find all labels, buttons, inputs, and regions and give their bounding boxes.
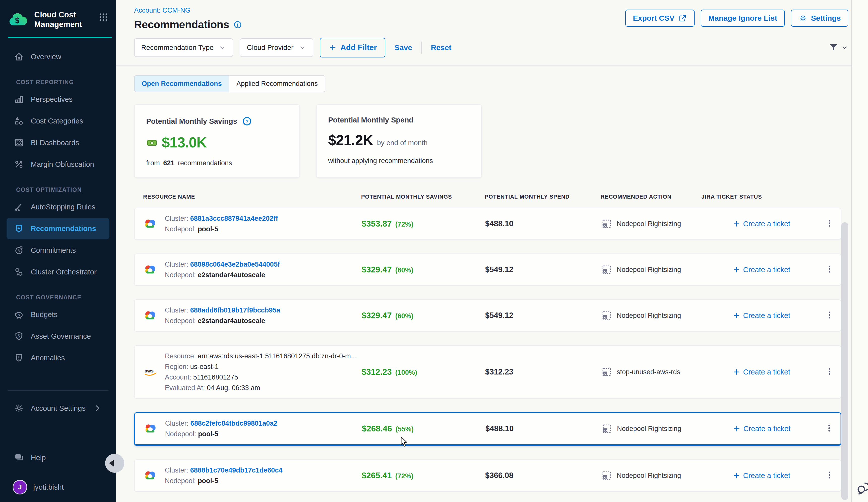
row-menu-kebab[interactable] [825, 470, 836, 481]
add-filter-button[interactable]: Add Filter [320, 38, 386, 57]
table-row[interactable]: awsResource: arn:aws:rds:us-east-1:51161… [134, 345, 841, 399]
recommended-action-cell: Nodepool Rightsizing [601, 264, 702, 275]
table-row[interactable]: Cluster: 6888b1c70e49db17c1de60c4Nodepoo… [134, 459, 841, 492]
sidebar-item-overview[interactable]: Overview [7, 46, 110, 67]
page-title: Recommendations [134, 18, 229, 31]
create-ticket-button[interactable]: Create a ticket [702, 265, 820, 274]
table-row[interactable]: Cluster: 688c2fefc84fbdc99801a0a2Nodepoo… [134, 412, 841, 446]
savings-subtitle: from 621 recommendations [146, 159, 288, 167]
plus-icon [732, 220, 741, 228]
chevron-right-icon [92, 403, 103, 414]
sidebar-item-budgets[interactable]: $Budgets [7, 304, 110, 325]
create-ticket-button[interactable]: Create a ticket [702, 368, 820, 376]
column-header-recommended-action[interactable]: RECOMMENDED ACTION [601, 194, 701, 200]
savings-cell: $329.47(60%) [362, 265, 485, 274]
sidebar-item-label: Margin Obfuscation [31, 160, 94, 169]
export-csv-button[interactable]: Export CSV [625, 10, 695, 27]
sidebar-item-commitments[interactable]: Commitments [7, 240, 110, 261]
image-icon [14, 137, 24, 148]
collapse-arrow-icon [109, 460, 114, 467]
resource-detail: pool-5 [198, 430, 218, 438]
sidebar-collapse-button[interactable] [105, 453, 124, 473]
resource-detail: arn:aws:rds:us-east-1:511616801275:db:zn… [198, 352, 356, 360]
sidebar-item-label: Overview [31, 53, 61, 61]
column-header-potential-monthly-spend[interactable]: POTENTIAL MONTHLY SPEND [485, 194, 601, 200]
chevron-down-icon [299, 44, 306, 51]
column-header-potential-monthly-savings[interactable]: POTENTIAL MONTHLY SAVINGS [361, 194, 485, 200]
support-chat-icon[interactable] [856, 480, 868, 497]
cloud-provider-dropdown[interactable]: Cloud Provider [240, 38, 313, 57]
info-icon[interactable] [233, 20, 242, 29]
sidebar-item-help[interactable]: ? Help [7, 447, 110, 468]
sidebar-item-recommendations[interactable]: Recommendations [7, 218, 110, 239]
row-menu-kebab[interactable] [825, 310, 836, 321]
cluster-link[interactable]: 688c2fefc84fbdc99801a0a2 [190, 420, 278, 427]
settings-button[interactable]: Settings [791, 10, 848, 27]
scrollbar-thumb[interactable] [841, 222, 848, 500]
cluster-link[interactable]: 688add6fb019b17f9bccb95a [190, 306, 280, 314]
question-icon[interactable]: ? [242, 116, 252, 126]
recommendation-type-dropdown[interactable]: Recommendation Type [134, 38, 233, 57]
row-menu-kebab[interactable] [825, 219, 836, 229]
resource-detail: pool-5 [198, 477, 218, 484]
potential-monthly-spend-card: Potential Monthly Spend $21.2K by end of… [316, 104, 482, 178]
manage-ignore-list-button[interactable]: Manage Ignore List [701, 10, 785, 27]
filter-panel-toggle[interactable] [828, 42, 848, 53]
create-ticket-button[interactable]: Create a ticket [702, 471, 820, 480]
row-menu-kebab[interactable] [825, 367, 836, 377]
cluster-link[interactable]: 6881a3ccc887941a4ee202ff [190, 215, 278, 222]
row-menu-kebab[interactable] [824, 423, 836, 434]
breadcrumb-account-link[interactable]: Account: CCM-NG [134, 7, 242, 14]
spend-cell: $549.12 [485, 311, 601, 320]
column-header-jira-ticket-status[interactable]: JIRA TICKET STATUS [701, 194, 820, 200]
plus-icon [732, 471, 741, 480]
table-row[interactable]: Cluster: 6881a3ccc887941a4ee202ffNodepoo… [134, 208, 841, 240]
savings-cell: $353.87(72%) [362, 219, 485, 229]
table-rows: Cluster: 6881a3ccc887941a4ee202ffNodepoo… [134, 208, 841, 502]
sidebar-item-cluster-orchestrator[interactable]: Cluster Orchestrator [7, 261, 110, 282]
column-header-resource-name[interactable]: RESOURCE NAME [143, 194, 361, 200]
sidebar-item-cost-categories[interactable]: Cost Categories [7, 111, 110, 132]
sidebar-section-cost-reporting: COST REPORTING [16, 79, 116, 86]
resource-cell: Cluster: 688c2fefc84fbdc99801a0a2Nodepoo… [144, 418, 362, 439]
spend-cell: $312.23 [485, 367, 601, 377]
summary-cards: Potential Monthly Savings ? $13.0K from … [134, 104, 868, 178]
table-row[interactable]: Cluster: 688add6fb019b17f9bccb95aNodepoo… [134, 300, 841, 332]
tab-applied-recommendations[interactable]: Applied Recommendations [229, 76, 325, 92]
user-profile[interactable]: J jyoti.bisht [7, 480, 110, 494]
sidebar-section-cost-governance: COST GOVERNANCE [16, 294, 116, 301]
mouse-cursor [400, 437, 409, 448]
gcp-logo-icon [144, 422, 157, 436]
sidebar-item-label: Budgets [31, 311, 58, 319]
sidebar-item-anomalies[interactable]: Anomalies [7, 347, 110, 368]
gear-icon [14, 403, 24, 414]
rightsizing-icon [601, 366, 612, 377]
app-grid-icon[interactable] [98, 12, 108, 22]
row-menu-kebab[interactable] [825, 264, 836, 275]
sidebar-item-account-settings[interactable]: Account Settings [7, 398, 110, 419]
svg-text:$: $ [18, 313, 20, 317]
cluster-link[interactable]: 68898c064e3e2ba0e544005f [190, 261, 280, 268]
sidebar-item-label: Cost Categories [31, 117, 83, 125]
recommendation-count: 621 [163, 159, 175, 167]
sidebar-item-asset-governance[interactable]: $Asset Governance [7, 326, 110, 347]
spend-cell: $488.10 [485, 424, 601, 433]
sidebar-item-autostopping-rules[interactable]: AutoStopping Rules [7, 196, 110, 218]
sidebar-item-bi-dashboards[interactable]: BI Dashboards [7, 132, 110, 153]
reset-filter-button[interactable]: Reset [431, 43, 451, 52]
create-ticket-button[interactable]: Create a ticket [702, 311, 820, 320]
resource-detail: 511616801275 [193, 374, 238, 381]
sidebar-item-perspectives[interactable]: Perspectives [7, 89, 110, 110]
sidebar-item-margin-obfuscation[interactable]: Margin Obfuscation [7, 154, 110, 175]
cluster-link[interactable]: 6888b1c70e49db17c1de60c4 [190, 467, 282, 474]
tab-open-recommendations[interactable]: Open Recommendations [135, 76, 229, 92]
resource-detail: pool-5 [198, 225, 218, 233]
create-ticket-button[interactable]: Create a ticket [702, 425, 820, 433]
sidebar-item-label: Anomalies [31, 354, 65, 362]
main-content: Account: CCM-NG Recommendations Export C… [116, 0, 868, 502]
sidebar-item-label: Help [31, 453, 46, 462]
save-filter-button[interactable]: Save [394, 43, 412, 52]
table-row[interactable]: Cluster: 68898c064e3e2ba0e544005fNodepoo… [134, 253, 841, 286]
create-ticket-button[interactable]: Create a ticket [702, 220, 820, 228]
plus-icon [732, 311, 741, 320]
